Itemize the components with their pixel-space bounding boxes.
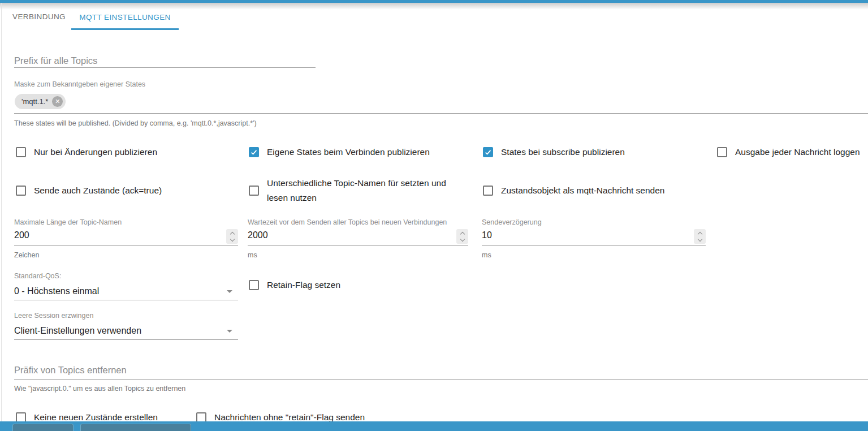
max-topic-length-field bbox=[14, 229, 238, 246]
wartezeit-field bbox=[248, 229, 468, 246]
checkbox-box[interactable] bbox=[16, 147, 26, 157]
tab-verbindung[interactable]: VERBINDUNG bbox=[12, 12, 66, 21]
close-icon[interactable]: ✕ bbox=[52, 96, 63, 107]
dropdown-arrow-icon[interactable] bbox=[227, 330, 232, 333]
checkbox-sende-zustaende[interactable]: Sende auch Zustände (ack=true) bbox=[16, 177, 242, 204]
mqtt-settings-page: VERBINDUNG MQTT EINSTELLUNGEN Prefix für… bbox=[0, 0, 868, 431]
qos-select-value: 0 - Höchstens einmal bbox=[14, 283, 238, 298]
number-stepper[interactable] bbox=[226, 229, 238, 244]
session-select-value: Client-Einstellungen verwenden bbox=[14, 323, 238, 338]
bottom-toolbar-button-1[interactable] bbox=[12, 424, 74, 431]
number-stepper[interactable] bbox=[456, 229, 468, 244]
tab-mqtt-einstellungen[interactable]: MQTT EINSTELLUNGEN bbox=[71, 6, 179, 30]
session-select-label: Leere Session erzwingen bbox=[14, 312, 93, 320]
max-topic-length-unit: Zeichen bbox=[14, 251, 39, 259]
remove-prefix-label: Präfix von Topics entfernen bbox=[14, 365, 127, 376]
wartezeit-input[interactable] bbox=[248, 229, 468, 246]
stepper-up-icon[interactable] bbox=[230, 231, 234, 236]
checkbox-label: Zustandsobjekt als mqtt-Nachricht senden bbox=[501, 186, 664, 196]
checkbox-label: Ausgabe jeder Nachricht loggen bbox=[735, 147, 860, 157]
remove-prefix-underline[interactable] bbox=[14, 379, 868, 380]
prefix-field-label: Prefix für alle Topics bbox=[14, 55, 97, 66]
checkbox-zustandsobjekt-senden[interactable]: Zustandsobjekt als mqtt-Nachricht senden bbox=[483, 177, 720, 204]
checkbox-nur-bei-aenderungen[interactable]: Nur bei Änderungen publizieren bbox=[16, 145, 242, 159]
max-topic-length-label: Maximale Länge der Topic-Namen bbox=[14, 218, 122, 226]
checkbox-box[interactable] bbox=[249, 186, 259, 196]
checkbox-box[interactable] bbox=[483, 147, 493, 157]
mask-field-help: These states will be published. (Divided… bbox=[14, 119, 257, 127]
panel-left-border bbox=[1, 3, 2, 421]
wartezeit-label: Wartezeit vor dem Senden aller Topics be… bbox=[248, 218, 447, 226]
session-select[interactable]: Client-Einstellungen verwenden bbox=[14, 323, 238, 340]
checkbox-box[interactable] bbox=[717, 147, 727, 157]
mask-field-underline[interactable] bbox=[14, 113, 868, 114]
checkbox-box[interactable] bbox=[249, 280, 259, 290]
checkbox-nachricht-loggen[interactable]: Ausgabe jeder Nachricht loggen bbox=[717, 145, 868, 159]
stepper-up-icon[interactable] bbox=[460, 231, 464, 236]
remove-prefix-help: Wie "javascript.0." um es aus allen Topi… bbox=[14, 385, 185, 393]
checkbox-unterschiedliche-topic-namen[interactable]: Unterschiedliche Topic-Namen für setzten… bbox=[249, 177, 469, 204]
check-icon bbox=[484, 148, 492, 156]
stepper-down-icon[interactable] bbox=[460, 236, 464, 241]
stepper-up-icon[interactable] bbox=[697, 231, 702, 236]
checkbox-retain-flag[interactable]: Retain-Flag setzen bbox=[249, 278, 475, 292]
sendeverzoegerung-input[interactable] bbox=[482, 229, 706, 246]
qos-select[interactable]: 0 - Höchstens einmal bbox=[14, 283, 238, 300]
dropdown-arrow-icon[interactable] bbox=[227, 290, 232, 293]
prefix-field-underline[interactable] bbox=[14, 67, 316, 68]
bottom-toolbar bbox=[0, 421, 868, 431]
mask-chip-label: 'mqtt.1.* bbox=[21, 97, 48, 106]
checkbox-label: Eigene States beim Verbinden publizieren bbox=[267, 147, 430, 157]
wartezeit-unit: ms bbox=[248, 251, 257, 259]
sendeverzoegerung-label: Sendeverzögerung bbox=[482, 218, 542, 226]
checkbox-box[interactable] bbox=[483, 186, 493, 196]
checkbox-states-bei-subscribe[interactable]: States bei subscribe publizieren bbox=[483, 145, 709, 159]
sendeverzoegerung-field bbox=[482, 229, 706, 246]
max-topic-length-input[interactable] bbox=[14, 229, 238, 246]
checkbox-label: Nur bei Änderungen publizieren bbox=[34, 147, 157, 157]
checkbox-box[interactable] bbox=[16, 186, 26, 196]
mask-field-label: Maske zum Bekanntgeben eigener States bbox=[14, 80, 145, 88]
bottom-toolbar-button-2[interactable] bbox=[80, 424, 191, 431]
qos-select-label: Standard-QoS: bbox=[14, 272, 61, 280]
sendeverzoegerung-unit: ms bbox=[482, 251, 491, 259]
checkbox-label: States bei subscribe publizieren bbox=[501, 147, 625, 157]
checkbox-label: Unterschiedliche Topic-Namen für setzten… bbox=[267, 177, 462, 204]
stepper-down-icon[interactable] bbox=[697, 236, 702, 241]
check-icon bbox=[250, 148, 258, 156]
mask-chip[interactable]: 'mqtt.1.* ✕ bbox=[15, 94, 66, 109]
checkbox-eigene-states-publizieren[interactable]: Eigene States beim Verbinden publizieren bbox=[249, 145, 475, 159]
checkbox-label: Retain-Flag setzen bbox=[267, 280, 340, 290]
number-stepper[interactable] bbox=[694, 229, 706, 244]
checkbox-label: Sende auch Zustände (ack=true) bbox=[34, 186, 162, 196]
stepper-down-icon[interactable] bbox=[230, 236, 234, 241]
checkbox-box[interactable] bbox=[249, 147, 259, 157]
